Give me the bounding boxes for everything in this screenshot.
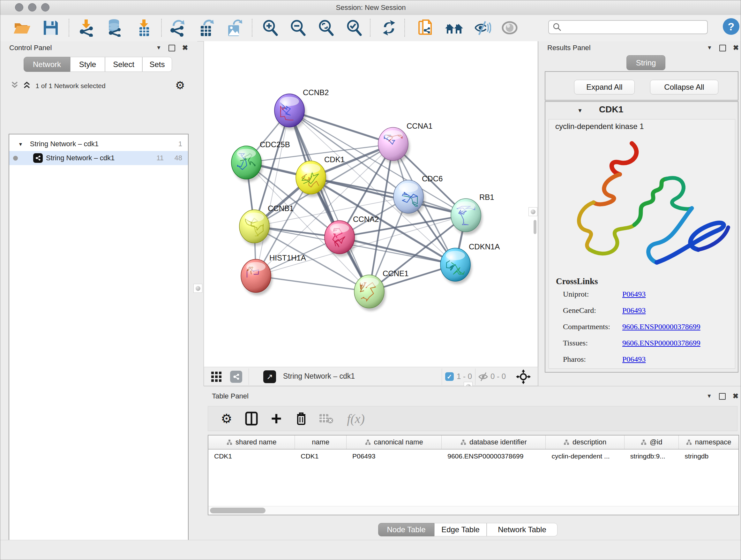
column-header-namespace[interactable]: namespace (679, 435, 738, 449)
table-row[interactable]: CDK1 CDK1 P06493 9606.ENSP00000378699 cy… (208, 449, 738, 463)
tab-sets[interactable]: Sets (142, 57, 172, 72)
show-columns-icon[interactable] (242, 409, 261, 428)
control-panel-close-icon[interactable]: ✖ (182, 44, 188, 52)
network-graph[interactable]: CCNB2CCNA1CDC25BCDK1CDC6RB1CCNB1CCNA2CDK… (204, 41, 538, 366)
network-vertical-scrollbar[interactable] (534, 220, 536, 234)
network-canvas[interactable]: CCNB2CCNA1CDC25BCDK1CDC6RB1CCNB1CCNA2CDK… (204, 41, 538, 367)
import-table-button[interactable] (134, 17, 154, 39)
network-thumbnail-icon[interactable] (230, 371, 242, 383)
import-network-file-button[interactable] (76, 17, 97, 39)
column-header-name[interactable]: name (295, 435, 347, 449)
collapse-all-button[interactable]: Collapse All (650, 80, 718, 95)
table-hscrollbar-track[interactable] (208, 506, 738, 515)
cell-id[interactable]: stringdb:9... (624, 449, 679, 463)
crosslink-uniprot-link[interactable]: P06493 (622, 290, 646, 299)
function-builder-icon[interactable]: f(x) (341, 409, 370, 428)
open-session-button[interactable] (12, 17, 32, 39)
toolbar-separator (252, 19, 253, 37)
tab-edge-table[interactable]: Edge Table (434, 523, 487, 537)
export-table-button[interactable] (196, 17, 216, 39)
control-panel-title: Control Panel (9, 44, 52, 52)
fit-selected-crosshair-icon[interactable] (516, 369, 531, 384)
table-panel-float-icon[interactable] (719, 393, 726, 400)
tab-network[interactable]: Network (23, 57, 70, 72)
tab-string[interactable]: String (626, 55, 665, 70)
current-network-dot-icon (13, 156, 18, 161)
tab-network-table[interactable]: Network Table (487, 523, 557, 537)
hide-glass-button[interactable] (472, 17, 492, 39)
table-hscrollbar-thumb[interactable] (210, 508, 266, 513)
share-document-button[interactable] (416, 17, 436, 39)
crosslink-genecard-link[interactable]: P06493 (622, 306, 646, 315)
add-column-icon[interactable]: + (267, 409, 286, 428)
fit-content-button[interactable] (316, 17, 336, 39)
selected-checkbox-icon[interactable]: ✓ (445, 372, 454, 381)
cell-namespace[interactable]: stringdb (679, 449, 738, 463)
column-header-shared-name[interactable]: shared name (208, 435, 295, 449)
control-panel-menu-icon[interactable]: ▼ (156, 45, 161, 51)
column-type-icon (641, 439, 647, 445)
cell-canonical-name[interactable]: P06493 (347, 449, 442, 463)
crosslinks-title: CrossLinks (556, 276, 598, 287)
cell-shared-name[interactable]: CDK1 (208, 449, 295, 463)
zoom-selected-button[interactable] (344, 17, 364, 39)
toolbar-separator (404, 19, 405, 37)
collection-expander-icon[interactable]: ▼ (18, 141, 23, 147)
grid-view-icon[interactable] (211, 371, 222, 382)
hidden-eye-icon[interactable] (478, 371, 488, 382)
refresh-button[interactable] (379, 17, 399, 39)
delete-table-icon[interactable] (317, 409, 336, 428)
help-button[interactable]: ? (723, 18, 739, 35)
window-title: Session: New Session (0, 3, 741, 12)
zoom-out-button[interactable] (288, 17, 308, 39)
crosslink-compartments-link[interactable]: 9606.ENSP00000378699 (622, 322, 700, 331)
title-bar: Session: New Session (0, 0, 741, 15)
entry-description: cyclin-dependent kinase 1 (555, 122, 644, 131)
export-network-button[interactable] (167, 17, 188, 39)
entry-detail-box: cyclin-dependent kinase 1 (549, 119, 735, 369)
results-panel-menu-icon[interactable]: ▼ (707, 45, 712, 51)
delete-column-icon[interactable] (292, 409, 311, 428)
zoom-in-button[interactable] (260, 17, 280, 39)
network-row[interactable]: String Network – cdk1 11 48 (9, 151, 188, 165)
column-header-database-identifier[interactable]: database identifier (442, 435, 546, 449)
cell-name[interactable]: CDK1 (295, 449, 347, 463)
detach-view-icon[interactable]: ↗ (263, 370, 276, 383)
tab-node-table[interactable]: Node Table (378, 523, 434, 537)
results-panel-close-icon[interactable]: ✖ (733, 44, 739, 52)
left-splitter-handle[interactable] (193, 284, 202, 293)
crosslink-tissues-link[interactable]: 9606.ENSP00000378699 (622, 339, 700, 348)
network-collection-row[interactable]: ▼ String Network – cdk1 1 (9, 137, 188, 151)
entry-expander-icon[interactable]: ▼ (577, 108, 583, 114)
cell-description[interactable]: cyclin-dependent ... (546, 449, 624, 463)
fit-content-icon (317, 19, 335, 37)
table-settings-gear-icon[interactable]: ⚙ (217, 409, 236, 428)
network-tree: ▼ String Network – cdk1 1 String Network… (9, 134, 189, 560)
home-button[interactable] (444, 17, 464, 39)
table-panel-close-icon[interactable]: ✖ (733, 392, 738, 400)
table-panel-menu-icon[interactable]: ▼ (706, 393, 712, 399)
birdseye-button[interactable] (499, 17, 520, 39)
tab-select[interactable]: Select (105, 57, 142, 72)
column-type-icon (686, 439, 692, 445)
control-panel-float-icon[interactable] (169, 45, 175, 51)
export-image-button[interactable] (224, 17, 244, 39)
right-splitter-handle[interactable] (529, 207, 537, 216)
zoom-out-icon (289, 19, 307, 37)
results-panel-float-icon[interactable] (719, 45, 726, 51)
tab-style[interactable]: Style (70, 57, 105, 72)
expand-all-button[interactable]: Expand All (574, 80, 635, 95)
zoom-selected-icon (345, 19, 363, 37)
import-network-database-button[interactable] (105, 17, 125, 39)
cell-database-identifier[interactable]: 9606.ENSP00000378699 (442, 449, 546, 463)
network-options-gear-icon[interactable]: ⚙ (175, 79, 185, 91)
import-table-icon (135, 19, 153, 37)
results-panel-title: Results Panel (547, 44, 591, 52)
crosslink-pharos-link[interactable]: P06493 (622, 355, 646, 364)
zoom-in-icon (261, 19, 279, 37)
column-header-id[interactable]: @id (624, 435, 679, 449)
search-input[interactable] (548, 20, 708, 34)
column-header-description[interactable]: description (546, 435, 624, 449)
save-session-button[interactable] (41, 17, 61, 39)
column-header-canonical-name[interactable]: canonical name (347, 435, 442, 449)
